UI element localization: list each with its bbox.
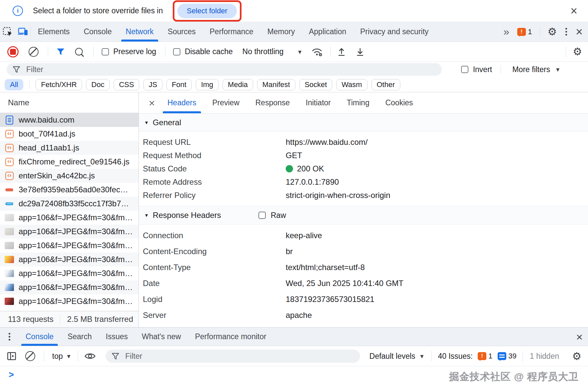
issues-error-count[interactable]: 1: [488, 352, 492, 360]
search-icon[interactable]: [75, 48, 83, 55]
tab-memory[interactable]: Memory: [260, 22, 302, 42]
network-filter-field[interactable]: [7, 63, 442, 76]
response-headers-section-header[interactable]: Response Headers Raw: [139, 206, 588, 225]
context-selector[interactable]: top: [52, 352, 63, 361]
chip-js[interactable]: JS: [143, 79, 162, 90]
drawer-tab-issues[interactable]: Issues: [99, 328, 135, 346]
clear-console-icon[interactable]: [25, 351, 35, 361]
table-row[interactable]: app=106&f=JPEG&fm=30&fm…: [0, 211, 139, 225]
issues-badge-count[interactable]: 1: [528, 28, 532, 36]
drawer-close-icon[interactable]: [576, 331, 583, 343]
preserve-log-checkbox[interactable]: [102, 48, 109, 55]
settings-gear-icon[interactable]: [547, 27, 557, 37]
filter-toggle-icon[interactable]: [56, 48, 65, 56]
status-ok-dot: [286, 165, 293, 172]
table-row[interactable]: enterSkin_a4c42bc.js: [0, 169, 139, 183]
table-row[interactable]: 3e78ef9359eab56ad0e30fec…: [0, 183, 139, 197]
network-filter-input[interactable]: [26, 65, 166, 74]
tab-network[interactable]: Network: [119, 22, 160, 42]
context-caret-icon[interactable]: [67, 353, 70, 359]
table-row[interactable]: app=106&f=JPEG&fm=30&fm…: [0, 294, 139, 308]
disable-cache-checkbox[interactable]: [173, 48, 180, 55]
tab-elements[interactable]: Elements: [31, 22, 77, 42]
throttling-caret-icon[interactable]: [298, 49, 302, 55]
tab-privacy-security[interactable]: Privacy and security: [353, 22, 436, 42]
name-column-header[interactable]: Name: [0, 92, 139, 113]
more-tabs-icon[interactable]: [503, 26, 509, 38]
chip-font[interactable]: Font: [166, 79, 192, 90]
chip-fetch-xhr[interactable]: Fetch/XHR: [36, 79, 82, 90]
issues-label[interactable]: 40 Issues:: [438, 352, 473, 361]
chip-other[interactable]: Other: [371, 79, 400, 90]
table-row[interactable]: app=106&f=JPEG&fm=30&fm…: [0, 252, 139, 266]
table-row[interactable]: app=106&f=JPEG&fm=30&fm…: [0, 280, 139, 294]
devtools-close-icon[interactable]: [576, 26, 583, 38]
general-section-header[interactable]: General: [139, 114, 588, 132]
live-expression-eye-icon[interactable]: [84, 352, 96, 360]
table-row[interactable]: www.baidu.com: [0, 113, 139, 127]
tab-headers[interactable]: Headers: [159, 92, 204, 113]
drawer-tab-console[interactable]: Console: [19, 328, 60, 346]
device-toolbar-icon[interactable]: [15, 22, 31, 42]
tab-cookies[interactable]: Cookies: [377, 92, 421, 113]
request-name: app=106&f=JPEG&fm=30&fm…: [19, 227, 133, 236]
kebab-menu-icon[interactable]: [565, 31, 567, 33]
table-row[interactable]: boot_70f41ad.js: [0, 127, 139, 141]
default-levels-select[interactable]: Default levels: [369, 352, 415, 361]
issues-message-icon[interactable]: [498, 352, 506, 360]
chip-media[interactable]: Media: [223, 79, 253, 90]
more-filters-button[interactable]: More filters: [512, 65, 550, 74]
network-conditions-icon[interactable]: [311, 47, 323, 57]
chip-css[interactable]: CSS: [114, 79, 139, 90]
detail-close-icon[interactable]: [144, 98, 159, 108]
header-value: 18371923736573015821: [286, 295, 374, 304]
drawer-tab-whats-new[interactable]: What's new: [135, 328, 188, 346]
import-har-icon[interactable]: [337, 47, 346, 57]
tab-initiator[interactable]: Initiator: [298, 92, 339, 113]
tab-preview[interactable]: Preview: [204, 92, 247, 113]
tab-console[interactable]: Console: [77, 22, 119, 42]
clear-icon[interactable]: [29, 47, 39, 57]
raw-checkbox[interactable]: [258, 212, 266, 219]
drawer-tab-performance-monitor[interactable]: Performance monitor: [188, 328, 273, 346]
chip-doc[interactable]: Doc: [86, 79, 110, 90]
chip-socket[interactable]: Socket: [299, 79, 332, 90]
override-infobar: Select a folder to store override files …: [0, 0, 588, 22]
table-row[interactable]: app=106&f=JPEG&fm=30&fm…: [0, 239, 139, 252]
console-settings-gear-icon[interactable]: [572, 351, 581, 361]
chip-manifest[interactable]: Manifest: [257, 79, 295, 90]
issues-message-count[interactable]: 39: [508, 352, 516, 360]
table-row[interactable]: fixChrome_redirect_0e91546.js: [0, 155, 139, 169]
export-har-icon[interactable]: [355, 47, 365, 57]
chip-all[interactable]: All: [5, 79, 23, 90]
chip-img[interactable]: Img: [196, 79, 219, 90]
record-icon[interactable]: [7, 46, 19, 57]
chip-wasm[interactable]: Wasm: [336, 79, 367, 90]
issues-warning-icon[interactable]: [478, 352, 486, 360]
tab-performance[interactable]: Performance: [203, 22, 260, 42]
select-folder-button[interactable]: Select folder: [177, 4, 237, 18]
console-filter-input[interactable]: [125, 351, 312, 361]
more-filters-caret-icon[interactable]: [556, 66, 559, 73]
tab-timing[interactable]: Timing: [339, 92, 377, 113]
infobar-close-icon[interactable]: [570, 5, 577, 17]
invert-checkbox[interactable]: [461, 66, 468, 73]
inspect-element-icon[interactable]: [0, 22, 15, 42]
drawer-tab-search[interactable]: Search: [60, 328, 99, 346]
console-sidebar-icon[interactable]: [7, 351, 17, 361]
table-row[interactable]: head_d11aab1.js: [0, 141, 139, 155]
table-row[interactable]: dc29a72408fb33f5ccc17f3b7…: [0, 197, 139, 211]
table-row[interactable]: app=106&f=JPEG&fm=30&fm…: [0, 266, 139, 280]
table-row[interactable]: app=106&f=JPEG&fm=30&fm…: [0, 225, 139, 239]
console-filter-field[interactable]: [106, 349, 360, 363]
drawer-kebab-menu-icon[interactable]: [0, 328, 19, 346]
tab-sources[interactable]: Sources: [161, 22, 203, 42]
tab-response[interactable]: Response: [247, 92, 298, 113]
throttling-select[interactable]: No throttling: [243, 47, 284, 56]
issues-warning-icon[interactable]: [517, 28, 526, 36]
network-settings-gear-icon[interactable]: [573, 47, 582, 57]
hidden-messages-label: 1 hidden: [530, 352, 559, 361]
levels-caret-icon[interactable]: [420, 353, 424, 359]
request-name: www.baidu.com: [19, 115, 74, 125]
tab-application[interactable]: Application: [302, 22, 353, 42]
